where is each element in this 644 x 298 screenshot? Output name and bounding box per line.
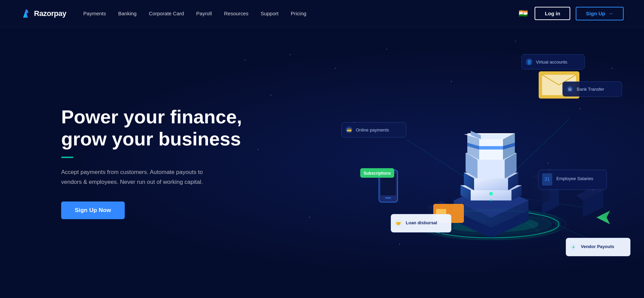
svg-text:Vendor Payouts: Vendor Payouts — [581, 244, 614, 249]
nav-resources[interactable]: Resources — [224, 11, 248, 16]
hero-divider — [61, 157, 73, 158]
hero-subtitle: Accept payments from customers. Automate… — [61, 168, 211, 187]
nav-payroll[interactable]: Payroll — [196, 11, 212, 16]
svg-marker-52 — [602, 211, 610, 217]
navbar: Razorpay Payments Banking Corporate Card… — [0, 0, 644, 27]
svg-text:Online payments: Online payments — [356, 127, 389, 133]
login-button[interactable]: Log in — [535, 7, 570, 20]
nav-banking[interactable]: Banking — [118, 11, 137, 16]
svg-point-83 — [490, 199, 492, 201]
svg-marker-19 — [474, 178, 508, 190]
nav-support[interactable]: Support — [261, 11, 279, 16]
svg-text:🏛: 🏛 — [568, 87, 572, 92]
svg-text:Virtual accounts: Virtual accounts — [536, 59, 568, 65]
svg-text:Loan disbursal: Loan disbursal — [406, 220, 437, 225]
svg-point-82 — [489, 192, 493, 195]
hero-content: Power your finance, grow your business A… — [61, 106, 242, 219]
svg-text:🤝: 🤝 — [396, 221, 401, 226]
svg-text:Subscriptions: Subscriptions — [364, 171, 391, 176]
svg-text:✈: ✈ — [572, 245, 575, 250]
svg-marker-23 — [477, 160, 505, 178]
nav-payments[interactable]: Payments — [83, 11, 106, 16]
svg-text:💳: 💳 — [347, 127, 352, 133]
svg-text:Employee Salaries: Employee Salaries — [556, 176, 593, 181]
hero-title: Power your finance, grow your business — [61, 106, 242, 150]
svg-text:31: 31 — [544, 176, 550, 182]
svg-rect-55 — [385, 197, 391, 199]
svg-marker-31 — [479, 146, 503, 150]
svg-text:Bank Transfer: Bank Transfer — [577, 87, 605, 92]
hero-illustration: 👤 Virtual accounts 💳 Online payments 🏛 B… — [338, 44, 644, 298]
logo-link[interactable]: Razorpay — [20, 8, 66, 19]
illustration-svg: 👤 Virtual accounts 💳 Online payments 🏛 B… — [338, 44, 644, 298]
brand-name: Razorpay — [34, 9, 66, 18]
logo-icon — [20, 8, 31, 19]
signup-hero-button[interactable]: Sign Up Now — [61, 201, 125, 219]
nav-links: Payments Banking Corporate Card Payroll … — [83, 11, 519, 17]
nav-corporate-card[interactable]: Corporate Card — [149, 11, 184, 16]
country-flag: 🇮🇳 — [519, 9, 528, 18]
signup-nav-button[interactable]: Sign Up → — [576, 7, 624, 20]
nav-pricing[interactable]: Pricing — [291, 11, 306, 16]
svg-text:👤: 👤 — [527, 59, 532, 65]
signup-arrow-icon: → — [608, 11, 613, 17]
hero-section: Power your finance, grow your business A… — [0, 27, 644, 298]
